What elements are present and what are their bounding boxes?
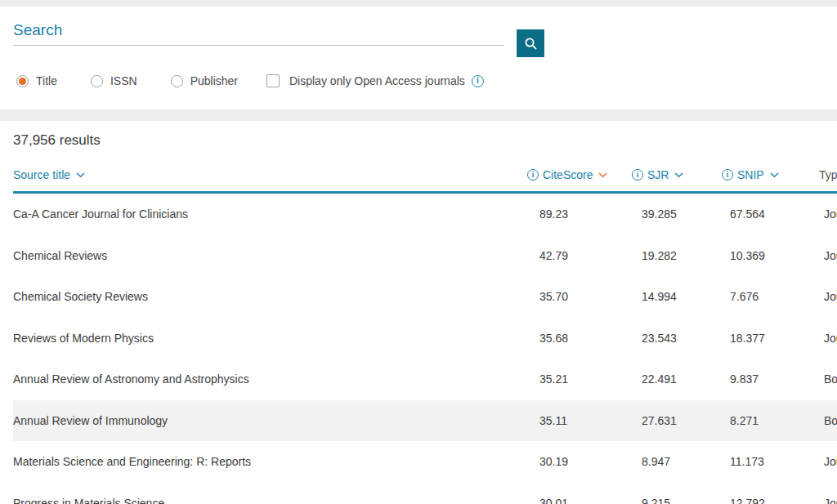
type-cell: Journal [819,455,837,468]
search-button[interactable] [517,29,544,57]
source-title-cell[interactable]: Annual Review of Astronomy and Astrophys… [13,372,527,386]
chevron-down-icon [76,172,85,178]
table-row[interactable]: Annual Review of Immunology 35.11 27.631… [13,400,837,442]
sjr-cell: 39.285 [632,207,722,221]
type-cell: Journal [819,207,837,221]
type-column-label: Type [819,168,837,181]
sjr-cell: 9.215 [632,497,722,504]
type-cell: Journal [819,497,837,504]
type-cell: Book [819,414,837,427]
citescore-cell: 89.23 [527,207,632,221]
search-panel: Title ISSN Publisher Display only Open A… [0,7,837,109]
sjr-info-icon[interactable]: i [632,169,643,181]
chevron-down-icon [770,172,779,178]
snip-column-label: SNIP [737,168,764,181]
sjr-cell: 27.631 [632,414,722,427]
snip-cell: 9.837 [722,372,819,386]
citescore-cell: 35.21 [527,372,632,386]
type-cell: Book [819,372,837,386]
open-access-checkbox[interactable] [266,74,280,87]
citescore-cell: 35.11 [527,414,632,427]
column-header-citescore[interactable]: i CiteScore [527,168,632,181]
chevron-down-icon [674,172,683,178]
table-row[interactable]: Chemical Society Reviews 35.70 14.994 7.… [13,276,837,318]
radio-issn-label: ISSN [110,74,137,87]
type-cell: Journal [819,290,837,303]
citescore-cell: 35.68 [527,332,632,345]
table-row[interactable]: Materials Science and Engineering: R: Re… [13,441,837,483]
sjr-cell: 22.491 [632,372,722,386]
source-title-cell[interactable]: Chemical Reviews [13,249,527,262]
sjr-cell: 8.947 [632,455,722,468]
citescore-cell: 42.79 [527,249,632,262]
source-title-cell[interactable]: Annual Review of Immunology [13,414,527,427]
radio-title-control[interactable] [16,75,29,87]
radio-title-label: Title [36,74,57,87]
type-cell: Journal [819,332,837,345]
citescore-cell: 30.01 [527,497,632,504]
snip-cell: 18.377 [722,332,819,345]
open-access-filter[interactable]: Display only Open Access journals i [266,74,484,87]
snip-cell: 8.271 [722,414,819,427]
table-header-row: Source title i CiteScore i SJR [13,149,837,194]
sources-page: Title ISSN Publisher Display only Open A… [0,0,837,504]
snip-cell: 12.792 [722,497,819,504]
source-title-cell[interactable]: Chemical Society Reviews [13,290,527,303]
column-header-source-title[interactable]: Source title [13,168,527,181]
sjr-column-label: SJR [647,168,669,181]
snip-cell: 7.676 [722,290,819,303]
search-input[interactable] [13,15,504,46]
radio-publisher-label: Publisher [190,74,238,87]
snip-info-icon[interactable]: i [722,169,733,181]
radio-publisher[interactable]: Publisher [171,74,238,87]
sjr-cell: 14.994 [632,290,722,303]
citescore-column-label: CiteScore [543,168,593,181]
results-panel: 37,956 results Source title i CiteScore [0,132,837,504]
radio-issn[interactable]: ISSN [91,74,137,87]
table-body: Ca-A Cancer Journal for Clinicians 89.23… [13,194,837,504]
source-title-cell[interactable]: Ca-A Cancer Journal for Clinicians [13,207,527,221]
table-row[interactable]: Ca-A Cancer Journal for Clinicians 89.23… [13,194,837,235]
top-divider [0,0,837,7]
snip-cell: 11.173 [722,455,819,468]
sjr-cell: 19.282 [632,249,722,262]
type-cell: Journal [819,249,837,262]
citescore-cell: 30.19 [527,455,632,468]
sjr-cell: 23.543 [632,332,722,345]
column-header-snip[interactable]: i SNIP [722,168,819,181]
results-count: 37,956 results [13,132,837,149]
table-row[interactable]: Reviews of Modern Physics 35.68 23.543 1… [13,318,837,359]
source-title-cell[interactable]: Progress in Materials Science [13,497,527,504]
citescore-info-icon[interactable]: i [527,169,539,181]
source-title-cell[interactable]: Materials Science and Engineering: R: Re… [13,455,527,468]
radio-issn-control[interactable] [91,75,103,87]
citescore-cell: 35.70 [527,290,632,303]
snip-cell: 67.564 [722,207,819,221]
column-header-type: Type [819,168,837,181]
sort-chevron-down-icon [598,172,607,178]
table-row[interactable]: Annual Review of Astronomy and Astrophys… [13,359,837,400]
column-header-sjr[interactable]: i SJR [632,168,722,181]
snip-cell: 10.369 [722,249,819,262]
section-divider [0,109,837,121]
radio-title[interactable]: Title [16,74,57,87]
open-access-label: Display only Open Access journals [289,74,465,87]
source-title-cell[interactable]: Reviews of Modern Physics [13,332,527,345]
sources-table: Source title i CiteScore i SJR [13,149,837,504]
search-filter-row: Title ISSN Publisher Display only Open A… [16,74,484,87]
magnifier-icon [524,37,538,51]
table-row[interactable]: Progress in Materials Science 30.01 9.21… [13,483,837,504]
info-icon[interactable]: i [472,75,484,87]
table-row[interactable]: Chemical Reviews 42.79 19.282 10.369 Jou… [13,235,837,277]
radio-publisher-control[interactable] [171,75,183,87]
source-title-column-label: Source title [13,168,70,181]
